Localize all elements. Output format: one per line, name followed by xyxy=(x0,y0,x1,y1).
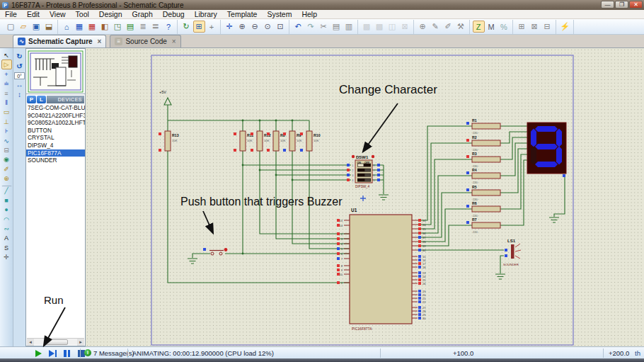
2d-box-icon[interactable]: ■ xyxy=(1,196,12,205)
device-pins-mode-icon[interactable]: ⊦ xyxy=(1,126,12,135)
menu-graph[interactable]: Graph xyxy=(127,10,158,19)
2d-text-icon[interactable]: A xyxy=(1,233,12,242)
resistor-R9[interactable] xyxy=(289,131,295,151)
pan-icon[interactable]: ✛ xyxy=(224,21,236,33)
paste-icon[interactable]: ▥ xyxy=(343,21,355,33)
button-actuator[interactable] xyxy=(224,248,228,251)
device-item-button[interactable]: BUTTON xyxy=(26,127,85,135)
resistor-R7[interactable] xyxy=(472,222,500,228)
voltage-probe-mode-icon[interactable]: ✐ xyxy=(1,164,12,174)
save-project-icon[interactable]: ▣ xyxy=(30,21,42,33)
cut-icon[interactable]: ✂ xyxy=(318,21,330,33)
scroll-left-icon[interactable]: ◂ xyxy=(27,339,34,346)
resistor-R5[interactable] xyxy=(472,190,500,196)
wire-label-mode-icon[interactable]: ≐ xyxy=(1,79,12,88)
device-item-9c08052a1002jlhft[interactable]: 9C08052A1002JLHFT xyxy=(26,119,85,127)
3d-viewer-module-icon[interactable]: ◳ xyxy=(112,21,124,33)
menu-debug[interactable]: Debug xyxy=(158,10,190,19)
resistor-R1[interactable] xyxy=(472,123,500,129)
grid-toggle-icon[interactable]: ⊞ xyxy=(193,21,205,33)
menu-view[interactable]: View xyxy=(45,10,71,19)
message-info-icon[interactable]: i xyxy=(84,349,91,356)
minimize-button[interactable]: — xyxy=(601,1,614,9)
pick-device-icon[interactable]: ⊕ xyxy=(417,21,429,33)
subcircuit-mode-icon[interactable]: ▭ xyxy=(1,107,12,116)
zoom-extents-icon[interactable]: ⊙ xyxy=(262,21,274,33)
2d-circle-icon[interactable]: ● xyxy=(1,205,12,214)
resistor-R11[interactable] xyxy=(240,131,246,151)
restore-button[interactable]: ❐ xyxy=(615,1,628,9)
device-item-7seg-com-cat-blue[interactable]: 7SEG-COM-CAT-BLUE xyxy=(26,104,85,112)
device-item-sounder[interactable]: SOUNDER xyxy=(26,157,85,164)
menu-system[interactable]: System xyxy=(262,10,297,19)
resistor-R6[interactable] xyxy=(472,206,500,212)
search-tag-icon[interactable]: M xyxy=(485,21,498,33)
scroll-right-icon[interactable]: ▸ xyxy=(77,339,84,346)
terminals-mode-icon[interactable]: ⊥ xyxy=(1,117,12,126)
open-project-icon[interactable]: ▱ xyxy=(18,21,30,33)
2d-line-icon[interactable]: ╱ xyxy=(1,186,12,195)
device-item-dipsw_4[interactable]: DIPSW_4 xyxy=(26,142,85,149)
copy-icon[interactable]: ▤ xyxy=(330,21,343,33)
mcu[interactable]: U1 PIC16F877A xyxy=(350,208,412,331)
current-probe-mode-icon[interactable]: ⊕ xyxy=(1,174,12,183)
2d-path-icon[interactable]: ∾ xyxy=(1,224,12,233)
library-button[interactable]: L xyxy=(37,96,46,103)
resistor-R4[interactable] xyxy=(472,173,500,179)
junction-dot-mode-icon[interactable]: + xyxy=(1,69,12,79)
scrollbar-thumb[interactable] xyxy=(44,339,68,345)
title-bar[interactable]: P 16F877A - Proteus 8 Professional - Sch… xyxy=(0,0,644,10)
menu-tool[interactable]: Tool xyxy=(71,10,94,19)
generator-mode-icon[interactable]: ◉ xyxy=(1,154,12,164)
menu-file[interactable]: File xyxy=(0,10,22,19)
resistor-R2[interactable] xyxy=(472,140,500,146)
menu-template[interactable]: Template xyxy=(222,10,263,19)
device-list-scrollbar[interactable]: ◂ ▸ xyxy=(27,338,84,345)
rotate-anticlockwise-icon[interactable]: ↺ xyxy=(15,62,25,71)
bill-of-materials-icon[interactable]: ≣ xyxy=(137,21,149,33)
rotation-angle-field[interactable]: 0° xyxy=(14,72,25,79)
pcb-layout-module-icon[interactable]: ▦ xyxy=(86,21,98,33)
pause-button[interactable] xyxy=(62,349,71,358)
buses-mode-icon[interactable]: ‖ xyxy=(1,98,12,107)
simulation-module-icon[interactable]: ◧ xyxy=(99,21,111,33)
menu-design[interactable]: Design xyxy=(94,10,127,19)
make-device-icon[interactable]: ✎ xyxy=(430,21,442,33)
simulate-netlist-icon[interactable]: ⚡ xyxy=(559,21,571,33)
close-button[interactable]: ✕ xyxy=(629,1,643,9)
tab-close-icon[interactable]: × xyxy=(98,38,102,45)
zoom-area-icon[interactable]: ⊡ xyxy=(275,21,287,33)
refresh-icon[interactable]: ↻ xyxy=(180,21,192,33)
schematic-capture-module-icon[interactable]: ▦ xyxy=(74,21,86,33)
text-script-mode-icon[interactable]: ≡ xyxy=(1,89,12,98)
help-icon[interactable]: ? xyxy=(163,21,175,33)
rotate-clockwise-icon[interactable]: ↻ xyxy=(15,52,25,61)
mirror-vertical-icon[interactable]: ↕ xyxy=(15,91,25,99)
home-icon[interactable]: ⌂ xyxy=(61,21,73,33)
decompose-icon[interactable]: ⚒ xyxy=(455,21,467,33)
schematic-preview[interactable] xyxy=(26,49,85,94)
resistor-R12[interactable] xyxy=(257,131,263,151)
2d-marker-icon[interactable]: ✛ xyxy=(1,252,12,261)
property-assignment-icon[interactable]: % xyxy=(498,21,510,33)
selection-mode-icon[interactable]: ↖ xyxy=(1,50,12,60)
menu-library[interactable]: Library xyxy=(190,10,222,19)
2d-symbol-icon[interactable]: S xyxy=(1,243,12,252)
wire-autorouter-icon[interactable]: Z xyxy=(473,21,485,33)
tab-close-icon[interactable]: × xyxy=(172,38,176,45)
new-project-icon[interactable]: ▢ xyxy=(5,21,17,33)
mirror-horizontal-icon[interactable]: ↔ xyxy=(15,81,25,89)
origin-icon[interactable]: + xyxy=(206,21,218,33)
sounder[interactable]: LS1 SOUNDER xyxy=(503,239,521,266)
import-project-icon[interactable]: ⬓ xyxy=(43,21,55,33)
redo-icon[interactable]: ↷ xyxy=(305,21,317,33)
seven-segment-display[interactable] xyxy=(527,123,566,177)
goto-sheet-icon[interactable]: ⊟ xyxy=(541,21,553,33)
pick-parts-button[interactable]: P xyxy=(27,96,36,103)
menu-help[interactable]: Help xyxy=(297,10,322,19)
resistor-R8[interactable] xyxy=(273,131,279,151)
resistor-R10[interactable] xyxy=(306,131,312,151)
resistor-R3[interactable] xyxy=(472,157,500,162)
play-button[interactable] xyxy=(34,349,43,358)
step-button[interactable] xyxy=(48,349,57,358)
